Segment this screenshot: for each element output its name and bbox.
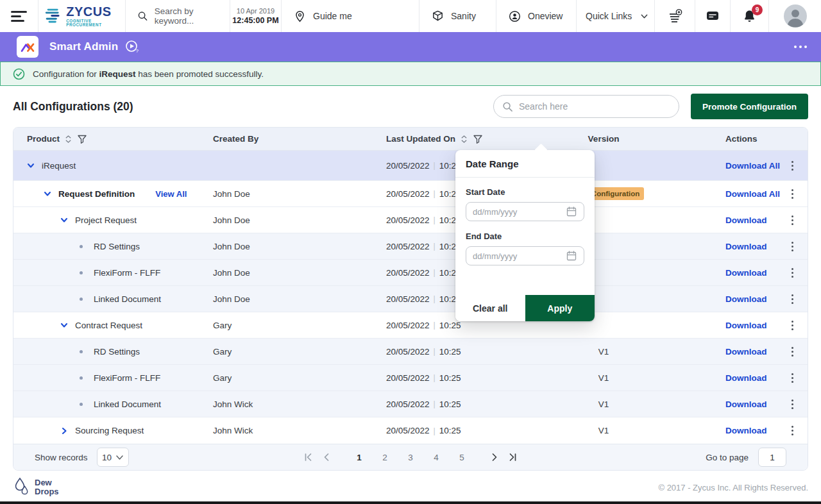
kebab-menu-icon[interactable] bbox=[788, 187, 797, 201]
more-options-button[interactable] bbox=[793, 42, 808, 52]
kebab-menu-icon[interactable] bbox=[788, 158, 797, 173]
go-to-page-input[interactable] bbox=[758, 448, 786, 467]
sort-icon[interactable] bbox=[65, 135, 72, 144]
download-link[interactable]: Download bbox=[725, 347, 767, 357]
product-cell: FlexiForm - FLFF bbox=[13, 373, 213, 383]
hamburger-menu-button[interactable] bbox=[0, 0, 38, 32]
updated-time: 10:25 bbox=[439, 373, 461, 383]
start-date-input[interactable] bbox=[473, 207, 566, 217]
last-updated-cell: 20/05/2022 | 10:25 bbox=[386, 426, 565, 435]
version-value: V1 bbox=[598, 373, 609, 383]
zycus-logo[interactable]: ZYCUS COGNITIVE PROCUREMENT bbox=[38, 0, 126, 32]
table-row[interactable]: FlexiForm - FLFF John Doe 20/05/2022 | 1… bbox=[13, 260, 808, 286]
download-link[interactable]: Download bbox=[725, 426, 767, 435]
dewdrops-logo[interactable]: Dew Drops bbox=[13, 477, 59, 498]
kebab-menu-icon[interactable] bbox=[788, 239, 797, 254]
notifications-button[interactable]: 9 bbox=[731, 0, 769, 32]
filter-icon[interactable] bbox=[473, 134, 483, 144]
download-link[interactable]: Download bbox=[725, 268, 767, 278]
table-row[interactable]: Sourcing Request John Wick 20/05/2022 | … bbox=[13, 417, 808, 444]
calendar-icon[interactable] bbox=[566, 250, 577, 262]
global-search[interactable]: Search by keyword... bbox=[126, 0, 230, 32]
end-date-field[interactable] bbox=[466, 246, 584, 265]
download-link[interactable]: Download All bbox=[725, 161, 780, 171]
promote-configuration-button[interactable]: Promote Configuration bbox=[691, 94, 808, 119]
bulk-add-button[interactable] bbox=[655, 0, 695, 32]
updated-date: 20/05/2022 bbox=[386, 242, 430, 251]
product-name: Project Request bbox=[75, 215, 137, 225]
sort-icon[interactable] bbox=[461, 135, 468, 144]
kebab-menu-icon[interactable] bbox=[788, 397, 797, 412]
version-cell: V1 bbox=[565, 347, 642, 357]
page-4[interactable]: 4 bbox=[427, 448, 445, 466]
chevron-right-icon[interactable] bbox=[60, 426, 69, 435]
user-avatar[interactable] bbox=[769, 0, 821, 32]
logo-tagline: COGNITIVE PROCUREMENT bbox=[66, 19, 125, 28]
download-link[interactable]: Download bbox=[725, 294, 767, 304]
page-2[interactable]: 2 bbox=[376, 448, 394, 466]
guide-me-button[interactable]: Guide me bbox=[282, 0, 419, 32]
chevron-down-icon[interactable] bbox=[60, 321, 69, 330]
play-help-button[interactable]: ? bbox=[124, 39, 140, 55]
download-link[interactable]: Download All bbox=[725, 189, 780, 199]
table-search-input[interactable] bbox=[519, 101, 670, 112]
table-row[interactable]: iRequest 20/05/2022 | 10:25 Download All bbox=[13, 151, 808, 181]
page-3[interactable]: 3 bbox=[402, 448, 419, 466]
next-page-button[interactable] bbox=[487, 450, 502, 464]
table-row[interactable]: FlexiForm - FLFF Gary 20/05/2022 | 10:25… bbox=[13, 365, 808, 391]
quick-links-label: Quick Links bbox=[586, 11, 632, 21]
view-all-link[interactable]: View All bbox=[155, 189, 187, 199]
kebab-menu-icon[interactable] bbox=[788, 371, 797, 385]
table-row[interactable]: Request Definition View All John Doe 20/… bbox=[13, 181, 808, 207]
kebab-menu-icon[interactable] bbox=[788, 265, 797, 280]
date-time-separator: | bbox=[434, 294, 436, 303]
download-link[interactable]: Download bbox=[725, 242, 767, 251]
download-link[interactable]: Download bbox=[725, 373, 767, 383]
smart-admin-logo[interactable] bbox=[17, 36, 38, 58]
feedback-button[interactable] bbox=[695, 0, 731, 32]
last-page-button[interactable] bbox=[505, 450, 520, 464]
download-link[interactable]: Download bbox=[725, 215, 767, 225]
bullet-icon bbox=[80, 376, 83, 380]
page-size-dropdown[interactable]: 10 bbox=[97, 448, 129, 467]
table-row[interactable]: Project Request John Doe 20/05/2022 | 10… bbox=[13, 207, 808, 233]
table-row[interactable]: RD Settings John Doe 20/05/2022 | 10:25 … bbox=[13, 233, 808, 260]
first-page-button[interactable] bbox=[301, 450, 316, 464]
current-date: 10 Apr 2019 bbox=[237, 7, 275, 15]
last-updated-header: Last Updated On bbox=[386, 134, 565, 144]
end-date-input[interactable] bbox=[473, 251, 566, 261]
page-1[interactable]: 1 bbox=[350, 448, 368, 466]
download-link[interactable]: Download bbox=[725, 321, 767, 330]
chevron-down-icon[interactable] bbox=[26, 161, 35, 170]
apply-button[interactable]: Apply bbox=[525, 295, 595, 321]
kebab-menu-icon[interactable] bbox=[788, 344, 797, 359]
kebab-menu-icon[interactable] bbox=[788, 423, 797, 438]
chevron-down-icon[interactable] bbox=[60, 215, 69, 224]
chevron-down-icon[interactable] bbox=[43, 189, 52, 198]
page-5[interactable]: 5 bbox=[453, 448, 471, 466]
cube-icon bbox=[431, 10, 444, 23]
updated-date: 20/05/2022 bbox=[386, 161, 430, 171]
kebab-menu-icon[interactable] bbox=[788, 213, 797, 228]
kebab-menu-icon[interactable] bbox=[788, 318, 797, 333]
chevron-down-icon bbox=[116, 455, 123, 460]
kebab-menu-icon[interactable] bbox=[788, 292, 797, 307]
oneview-button[interactable]: Oneview bbox=[496, 0, 577, 32]
download-link[interactable]: Download bbox=[725, 399, 767, 409]
quick-links-dropdown[interactable]: Quick Links bbox=[577, 0, 655, 32]
calendar-icon[interactable] bbox=[566, 206, 577, 217]
clear-all-button[interactable]: Clear all bbox=[455, 295, 525, 321]
table-row[interactable]: Linked Document John Wick 20/05/2022 | 1… bbox=[13, 391, 808, 417]
sanity-button[interactable]: Sanity bbox=[419, 0, 496, 32]
table-row[interactable]: Linked Document John Doe 20/05/2022 | 10… bbox=[13, 286, 808, 312]
version-value: V1 bbox=[598, 399, 609, 409]
last-updated-cell: 20/05/2022 | 10:25 bbox=[386, 373, 565, 383]
table-row[interactable]: RD Settings Gary 20/05/2022 | 10:25 V1 D… bbox=[13, 339, 808, 365]
start-date-field[interactable] bbox=[466, 202, 584, 221]
previous-page-button[interactable] bbox=[319, 450, 334, 464]
table-row[interactable]: Contract Request Gary 20/05/2022 | 10:25… bbox=[13, 312, 808, 339]
table-search[interactable] bbox=[493, 95, 679, 118]
product-cell: RD Settings bbox=[13, 242, 213, 251]
filter-icon[interactable] bbox=[77, 134, 87, 144]
layers-add-icon bbox=[667, 8, 683, 24]
